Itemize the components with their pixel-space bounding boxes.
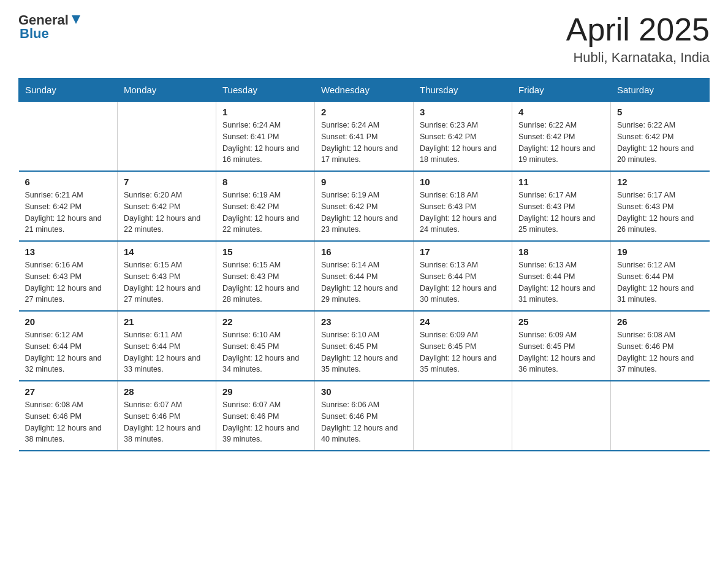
page-header: General Blue April 2025 Hubli, Karnataka… (18, 12, 710, 66)
calendar-cell: 14Sunrise: 6:15 AMSunset: 6:43 PMDayligh… (118, 241, 216, 311)
day-info: Sunrise: 6:10 AMSunset: 6:45 PMDaylight:… (321, 329, 407, 375)
calendar-cell: 4Sunrise: 6:22 AMSunset: 6:42 PMDaylight… (512, 102, 611, 172)
calendar-cell: 1Sunrise: 6:24 AMSunset: 6:41 PMDaylight… (216, 102, 315, 172)
day-number: 27 (25, 386, 112, 397)
week-row-1: 1Sunrise: 6:24 AMSunset: 6:41 PMDaylight… (19, 102, 710, 172)
day-number: 16 (321, 247, 407, 257)
calendar-cell: 17Sunrise: 6:13 AMSunset: 6:44 PMDayligh… (414, 241, 512, 311)
calendar-cell (118, 102, 216, 172)
day-number: 18 (518, 247, 604, 257)
calendar-cell: 13Sunrise: 6:16 AMSunset: 6:43 PMDayligh… (19, 241, 118, 311)
day-info: Sunrise: 6:22 AMSunset: 6:42 PMDaylight:… (617, 120, 703, 166)
week-row-2: 6Sunrise: 6:21 AMSunset: 6:42 PMDaylight… (19, 171, 710, 241)
day-info: Sunrise: 6:22 AMSunset: 6:42 PMDaylight:… (518, 120, 604, 166)
calendar-cell: 9Sunrise: 6:19 AMSunset: 6:42 PMDaylight… (315, 171, 414, 241)
weekday-header-monday: Monday (118, 79, 216, 102)
day-info: Sunrise: 6:06 AMSunset: 6:46 PMDaylight:… (321, 399, 407, 445)
calendar-cell: 25Sunrise: 6:09 AMSunset: 6:45 PMDayligh… (512, 311, 611, 381)
day-info: Sunrise: 6:20 AMSunset: 6:42 PMDaylight:… (124, 190, 210, 236)
day-info: Sunrise: 6:09 AMSunset: 6:45 PMDaylight:… (518, 329, 604, 375)
day-info: Sunrise: 6:10 AMSunset: 6:45 PMDaylight:… (222, 329, 308, 375)
page-title: April 2025 (566, 12, 710, 47)
day-number: 11 (518, 177, 604, 187)
day-info: Sunrise: 6:11 AMSunset: 6:44 PMDaylight:… (124, 329, 210, 375)
day-info: Sunrise: 6:08 AMSunset: 6:46 PMDaylight:… (617, 329, 703, 375)
day-info: Sunrise: 6:17 AMSunset: 6:43 PMDaylight:… (518, 190, 604, 236)
logo-triangle-icon (70, 14, 82, 28)
day-number: 8 (222, 177, 308, 187)
day-number: 19 (617, 247, 703, 257)
calendar-cell: 5Sunrise: 6:22 AMSunset: 6:42 PMDaylight… (611, 102, 710, 172)
weekday-header-thursday: Thursday (414, 79, 512, 102)
calendar-cell: 27Sunrise: 6:08 AMSunset: 6:46 PMDayligh… (19, 381, 118, 451)
calendar-cell: 8Sunrise: 6:19 AMSunset: 6:42 PMDaylight… (216, 171, 315, 241)
calendar-cell: 28Sunrise: 6:07 AMSunset: 6:46 PMDayligh… (118, 381, 216, 451)
day-info: Sunrise: 6:13 AMSunset: 6:44 PMDaylight:… (420, 259, 506, 305)
week-row-4: 20Sunrise: 6:12 AMSunset: 6:44 PMDayligh… (19, 311, 710, 381)
week-row-5: 27Sunrise: 6:08 AMSunset: 6:46 PMDayligh… (19, 381, 710, 451)
day-number: 24 (420, 316, 506, 327)
day-info: Sunrise: 6:18 AMSunset: 6:43 PMDaylight:… (420, 190, 506, 236)
day-number: 10 (420, 177, 506, 187)
day-info: Sunrise: 6:12 AMSunset: 6:44 PMDaylight:… (617, 259, 703, 305)
day-number: 29 (222, 386, 308, 397)
logo: General Blue (18, 12, 82, 42)
day-number: 5 (617, 107, 703, 117)
calendar-cell: 22Sunrise: 6:10 AMSunset: 6:45 PMDayligh… (216, 311, 315, 381)
day-number: 28 (124, 386, 210, 397)
calendar-cell: 18Sunrise: 6:13 AMSunset: 6:44 PMDayligh… (512, 241, 611, 311)
calendar-cell (611, 381, 710, 451)
calendar-cell: 3Sunrise: 6:23 AMSunset: 6:42 PMDaylight… (414, 102, 512, 172)
day-info: Sunrise: 6:17 AMSunset: 6:43 PMDaylight:… (617, 190, 703, 236)
calendar-cell (414, 381, 512, 451)
calendar-cell: 2Sunrise: 6:24 AMSunset: 6:41 PMDaylight… (315, 102, 414, 172)
weekday-header-wednesday: Wednesday (315, 79, 414, 102)
day-number: 4 (518, 107, 604, 117)
calendar-cell: 24Sunrise: 6:09 AMSunset: 6:45 PMDayligh… (414, 311, 512, 381)
day-number: 15 (222, 247, 308, 257)
day-info: Sunrise: 6:16 AMSunset: 6:43 PMDaylight:… (25, 259, 112, 305)
day-number: 20 (25, 316, 112, 327)
day-info: Sunrise: 6:08 AMSunset: 6:46 PMDaylight:… (25, 399, 112, 445)
weekday-header-saturday: Saturday (611, 79, 710, 102)
calendar-cell: 26Sunrise: 6:08 AMSunset: 6:46 PMDayligh… (611, 311, 710, 381)
day-number: 12 (617, 177, 703, 187)
calendar-cell: 11Sunrise: 6:17 AMSunset: 6:43 PMDayligh… (512, 171, 611, 241)
calendar-cell: 7Sunrise: 6:20 AMSunset: 6:42 PMDaylight… (118, 171, 216, 241)
day-number: 6 (25, 177, 112, 187)
week-row-3: 13Sunrise: 6:16 AMSunset: 6:43 PMDayligh… (19, 241, 710, 311)
day-number: 25 (518, 316, 604, 327)
day-info: Sunrise: 6:15 AMSunset: 6:43 PMDaylight:… (124, 259, 210, 305)
day-info: Sunrise: 6:15 AMSunset: 6:43 PMDaylight:… (222, 259, 308, 305)
day-info: Sunrise: 6:07 AMSunset: 6:46 PMDaylight:… (124, 399, 210, 445)
day-number: 30 (321, 386, 407, 397)
day-info: Sunrise: 6:24 AMSunset: 6:41 PMDaylight:… (321, 120, 407, 166)
calendar-cell: 19Sunrise: 6:12 AMSunset: 6:44 PMDayligh… (611, 241, 710, 311)
day-info: Sunrise: 6:23 AMSunset: 6:42 PMDaylight:… (420, 120, 506, 166)
calendar-cell: 21Sunrise: 6:11 AMSunset: 6:44 PMDayligh… (118, 311, 216, 381)
calendar-cell: 10Sunrise: 6:18 AMSunset: 6:43 PMDayligh… (414, 171, 512, 241)
title-block: April 2025 Hubli, Karnataka, India (566, 12, 710, 66)
weekday-header-tuesday: Tuesday (216, 79, 315, 102)
day-number: 21 (124, 316, 210, 327)
day-number: 23 (321, 316, 407, 327)
calendar-cell: 12Sunrise: 6:17 AMSunset: 6:43 PMDayligh… (611, 171, 710, 241)
calendar-table: SundayMondayTuesdayWednesdayThursdayFrid… (18, 78, 710, 451)
day-info: Sunrise: 6:09 AMSunset: 6:45 PMDaylight:… (420, 329, 506, 375)
weekday-header-friday: Friday (512, 79, 611, 102)
day-number: 1 (222, 107, 308, 117)
calendar-cell (512, 381, 611, 451)
day-info: Sunrise: 6:13 AMSunset: 6:44 PMDaylight:… (518, 259, 604, 305)
calendar-cell: 23Sunrise: 6:10 AMSunset: 6:45 PMDayligh… (315, 311, 414, 381)
day-number: 9 (321, 177, 407, 187)
weekday-header-row: SundayMondayTuesdayWednesdayThursdayFrid… (19, 79, 710, 102)
svg-marker-0 (72, 15, 80, 24)
day-number: 14 (124, 247, 210, 257)
day-number: 13 (25, 247, 112, 257)
day-info: Sunrise: 6:12 AMSunset: 6:44 PMDaylight:… (25, 329, 112, 375)
day-info: Sunrise: 6:14 AMSunset: 6:44 PMDaylight:… (321, 259, 407, 305)
calendar-cell: 29Sunrise: 6:07 AMSunset: 6:46 PMDayligh… (216, 381, 315, 451)
calendar-cell: 16Sunrise: 6:14 AMSunset: 6:44 PMDayligh… (315, 241, 414, 311)
day-info: Sunrise: 6:07 AMSunset: 6:46 PMDaylight:… (222, 399, 308, 445)
calendar-cell: 20Sunrise: 6:12 AMSunset: 6:44 PMDayligh… (19, 311, 118, 381)
